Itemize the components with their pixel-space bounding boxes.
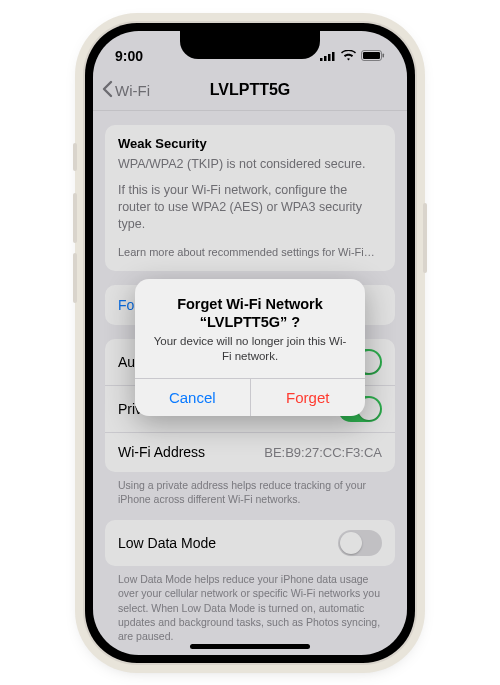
security-heading: Weak Security xyxy=(118,136,382,151)
svg-rect-5 xyxy=(363,52,380,59)
low-data-row[interactable]: Low Data Mode xyxy=(105,520,395,566)
private-address-note: Using a private address helps reduce tra… xyxy=(105,472,395,506)
screen: 9:00 Wi-Fi LVLPTT5G xyxy=(93,31,407,655)
svg-rect-6 xyxy=(383,53,385,57)
security-line1: WPA/WPA2 (TKIP) is not considered secure… xyxy=(118,156,382,173)
alert-message: Your device will no longer join this Wi-… xyxy=(149,334,351,364)
low-data-card: Low Data Mode xyxy=(105,520,395,566)
cellular-icon xyxy=(320,48,336,64)
low-data-note: Low Data Mode helps reduce your iPhone d… xyxy=(105,566,395,643)
wifi-address-label: Wi-Fi Address xyxy=(118,444,205,460)
nav-bar: Wi-Fi LVLPTT5G xyxy=(93,71,407,111)
svg-rect-2 xyxy=(328,54,331,61)
alert-forget-button[interactable]: Forget xyxy=(251,379,366,416)
volume-down-button xyxy=(73,253,77,303)
back-button[interactable]: Wi-Fi xyxy=(101,80,150,101)
power-button xyxy=(423,203,427,273)
notch xyxy=(180,31,320,59)
home-indicator[interactable] xyxy=(190,644,310,649)
security-line2: If this is your Wi-Fi network, configure… xyxy=(118,182,382,233)
status-icons xyxy=(320,48,385,64)
svg-rect-1 xyxy=(324,56,327,61)
wifi-address-row: Wi-Fi Address BE:B9:27:CC:F3:CA xyxy=(105,432,395,472)
alert-title: Forget Wi-Fi Network “LVLPTT5G” ? xyxy=(149,295,351,331)
svg-rect-3 xyxy=(332,52,335,61)
alert-cancel-button[interactable]: Cancel xyxy=(135,379,251,416)
svg-rect-0 xyxy=(320,58,323,61)
back-label: Wi-Fi xyxy=(115,82,150,99)
low-data-toggle[interactable] xyxy=(338,530,382,556)
wifi-icon xyxy=(341,48,356,64)
chevron-left-icon xyxy=(101,80,113,101)
security-learn-more[interactable]: Learn more about recommended settings fo… xyxy=(118,245,382,260)
wifi-address-value: BE:B9:27:CC:F3:CA xyxy=(264,445,382,460)
mute-switch xyxy=(73,143,77,171)
forget-alert: Forget Wi-Fi Network “LVLPTT5G” ? Your d… xyxy=(135,279,365,416)
low-data-label: Low Data Mode xyxy=(118,535,216,551)
nav-title: LVLPTT5G xyxy=(210,81,291,99)
phone-frame: 9:00 Wi-Fi LVLPTT5G xyxy=(85,23,415,663)
security-card: Weak Security WPA/WPA2 (TKIP) is not con… xyxy=(105,125,395,271)
volume-up-button xyxy=(73,193,77,243)
battery-icon xyxy=(361,48,385,64)
status-time: 9:00 xyxy=(115,48,143,64)
